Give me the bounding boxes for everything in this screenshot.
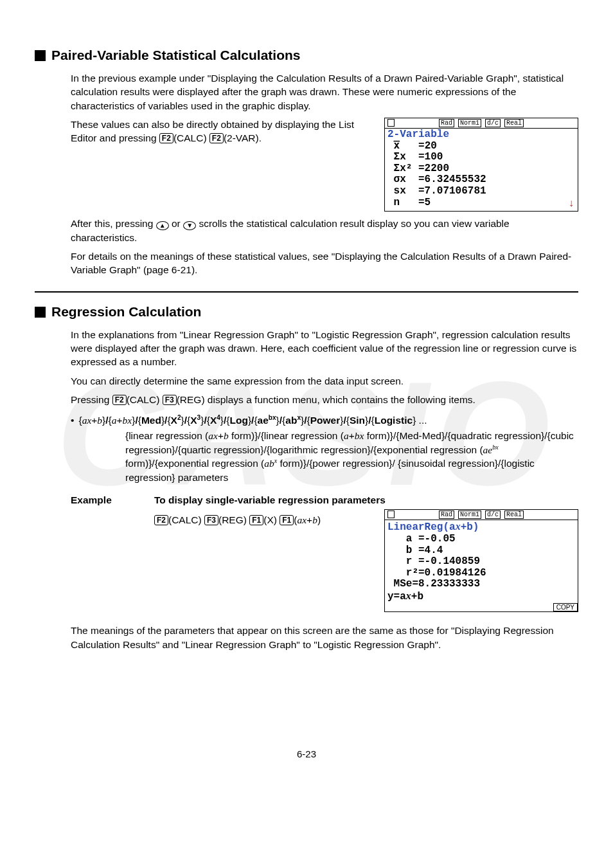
calculator-screen-linreg: Rad Norm1 d/c Real LinearReg(ax+b) a =-0… xyxy=(384,509,578,612)
paragraph: You can directly determine the same expr… xyxy=(71,374,578,388)
paragraph: In the previous example under "Displayin… xyxy=(71,71,578,113)
key-f2: F2 xyxy=(209,133,224,143)
calc-title: LinearReg(ax+b) xyxy=(387,521,575,534)
key-f3: F3 xyxy=(163,395,177,405)
key-f3: F3 xyxy=(204,515,218,525)
text: ... xyxy=(416,415,427,426)
text: (CALC) xyxy=(173,132,207,143)
paragraph: For details on the meanings of these sta… xyxy=(71,249,578,277)
status-chip: Rad xyxy=(439,119,454,127)
example-heading: Example To display single-variable regre… xyxy=(71,493,578,507)
calc-status-bar: Rad Norm1 d/c Real xyxy=(385,118,578,129)
calc-line: a =-0.05 xyxy=(387,534,575,545)
status-chip: Real xyxy=(504,119,524,127)
key-f1: F1 xyxy=(280,515,294,525)
calc-line: σx =6.32455532 xyxy=(387,174,575,186)
calc-line: Σx² =2200 xyxy=(387,163,575,175)
text: (REG) displays a function menu, which co… xyxy=(177,394,475,405)
text: Pressing xyxy=(71,394,112,405)
cursor-up-icon: ▲ xyxy=(156,221,169,230)
status-chip: Norm1 xyxy=(458,511,481,519)
section-title: Regression Calculation xyxy=(51,303,201,321)
example-label: Example xyxy=(71,493,154,507)
paragraph: Pressing F2(CALC) F3(REG) displays a fun… xyxy=(71,393,578,406)
calc-line: MSe=8.23333333 xyxy=(387,579,575,590)
calc-line: r²=0.01984126 xyxy=(387,568,575,579)
status-chip: d/c xyxy=(485,511,501,519)
cursor-down-icon: ▼ xyxy=(183,221,196,230)
text: (REG) xyxy=(218,514,247,525)
section-title: Paired-Variable Statistical Calculations xyxy=(51,46,301,65)
calc-line: Σx =100 xyxy=(387,152,575,163)
status-chip: d/c xyxy=(485,119,501,127)
section-heading-paired-variable: Paired-Variable Statistical Calculations xyxy=(35,46,578,65)
copy-button[interactable]: COPY xyxy=(553,603,578,611)
section-divider xyxy=(35,291,578,293)
square-bullet-icon xyxy=(35,307,46,318)
status-chip: Norm1 xyxy=(458,119,481,127)
text: (X) xyxy=(263,514,277,525)
calc-status-bar: Rad Norm1 d/c Real xyxy=(385,510,578,520)
text: (CALC) xyxy=(168,514,202,525)
paragraph: After this, pressing ▲ or ▼ scrolls the … xyxy=(71,217,578,244)
paragraph: These values can also be directly obtain… xyxy=(71,118,375,145)
key-f2: F2 xyxy=(112,395,127,405)
regression-menu-list: • {ax+b}/{a+bx}/{Med}/{X2}/{X3}/{X4}/{Lo… xyxy=(71,413,578,484)
calc-title: 2-Variable xyxy=(387,129,575,141)
calc-line: sx =7.07106781 xyxy=(387,186,575,197)
bullet-icon: • xyxy=(71,413,74,428)
key-f2: F2 xyxy=(159,133,173,143)
calculator-screen-2var: Rad Norm1 d/c Real 2-Variable x̅ =20 Σx … xyxy=(384,118,578,212)
menu-description: {linear regression (ax+b form)}/{linear … xyxy=(125,429,578,484)
square-bullet-icon xyxy=(35,50,46,61)
calc-line: n =5 xyxy=(387,197,575,209)
page-number: 6-23 xyxy=(35,748,578,761)
calc-line: x̅ =20 xyxy=(387,141,575,152)
example-key-sequence: F2(CALC) F3(REG) F1(X) F1(ax+b) xyxy=(154,509,384,527)
status-chip: Rad xyxy=(439,511,454,519)
text: (2-VAR). xyxy=(224,132,262,143)
paragraph: The meanings of the parameters that appe… xyxy=(71,624,578,651)
section-heading-regression: Regression Calculation xyxy=(35,303,578,321)
calc-mode-icon xyxy=(387,119,395,127)
text: (CALC) xyxy=(127,394,160,405)
paragraph: In the explanations from "Linear Regress… xyxy=(71,328,578,369)
calc-mode-icon xyxy=(387,511,395,518)
scroll-down-icon: ↓ xyxy=(568,199,574,210)
key-f2: F2 xyxy=(154,515,168,525)
key-f1: F1 xyxy=(249,515,263,525)
menu-options: {ax+b}/{a+bx}/{Med}/{X2}/{X3}/{X4}/{Log}… xyxy=(78,413,427,428)
calc-line: y=ax+b xyxy=(387,590,575,603)
text: (ax+b) xyxy=(294,514,321,525)
status-chip: Real xyxy=(504,511,524,519)
calc-line: r =-0.140859 xyxy=(387,556,575,568)
calc-line: b =4.4 xyxy=(387,545,575,557)
example-text: To display single-variable regression pa… xyxy=(154,493,386,507)
